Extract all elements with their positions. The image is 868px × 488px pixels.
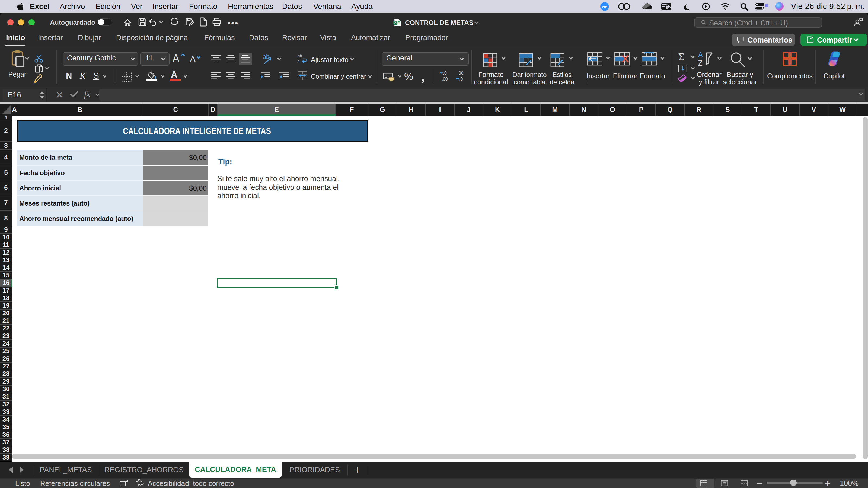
svg-text:X: X xyxy=(394,21,397,24)
svg-text:c: c xyxy=(298,59,300,63)
svg-text:C: C xyxy=(384,74,388,78)
svg-text:ab: ab xyxy=(263,53,270,60)
svg-text:Z: Z xyxy=(698,59,703,67)
svg-text:ab: ab xyxy=(298,54,302,58)
svg-text:,0: ,0 xyxy=(443,71,447,75)
svg-text:A: A xyxy=(698,52,703,59)
svg-text:,00: ,00 xyxy=(458,71,464,75)
svg-text:,0: ,0 xyxy=(459,77,463,82)
svg-text:,00: ,00 xyxy=(442,77,448,82)
